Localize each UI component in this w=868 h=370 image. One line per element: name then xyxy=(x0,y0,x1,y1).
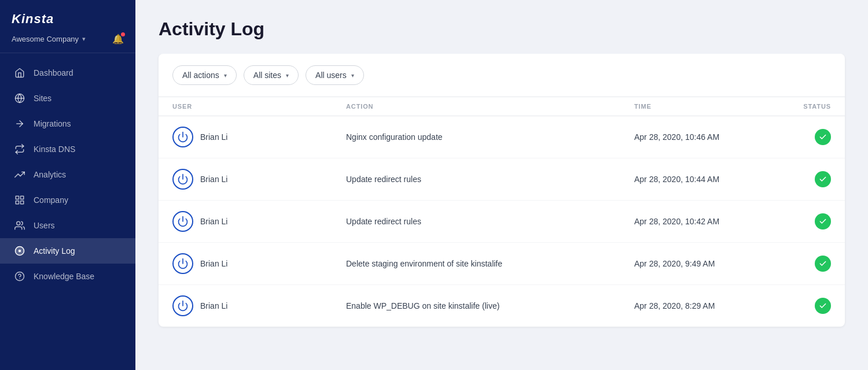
status-cell xyxy=(762,298,831,314)
activity-log-card: All actions ▾ All sites ▾ All users ▾ US… xyxy=(159,54,845,327)
sidebar-item-label: Sites xyxy=(34,94,52,103)
filter-sites-label: All sites xyxy=(253,71,281,80)
user-name: Brian Li xyxy=(200,301,227,310)
sidebar-header: Kinsta Awesome Company ▾ 🔔 xyxy=(0,0,135,53)
col-header-action: ACTION xyxy=(346,103,634,110)
main-content: Activity Log All actions ▾ All sites ▾ A… xyxy=(135,0,868,370)
sidebar-item-migrations[interactable]: Migrations xyxy=(0,111,135,136)
status-success-icon xyxy=(815,298,831,314)
user-name: Brian Li xyxy=(200,259,227,268)
filter-sites[interactable]: All sites ▾ xyxy=(244,65,299,85)
page-header: Activity Log xyxy=(135,0,868,54)
user-cell: Brian Li xyxy=(172,253,346,274)
home-icon xyxy=(14,67,25,79)
user-name: Brian Li xyxy=(200,175,227,184)
sidebar-nav: Dashboard Sites Migrations Kinsta DNS xyxy=(0,53,135,370)
avatar xyxy=(172,127,193,147)
action-text: Update redirect rules xyxy=(346,217,634,226)
svg-rect-5 xyxy=(21,201,24,204)
activity-log-icon xyxy=(14,245,25,257)
filter-actions-chevron-icon: ▾ xyxy=(224,72,227,79)
company-name: Awesome Company xyxy=(12,35,79,43)
time-text: Apr 28, 2020, 9:49 AM xyxy=(634,259,762,268)
status-success-icon xyxy=(815,129,831,145)
time-text: Apr 28, 2020, 10:42 AM xyxy=(634,217,762,226)
status-success-icon xyxy=(815,256,831,272)
knowledge-base-icon xyxy=(14,271,25,282)
content-area: All actions ▾ All sites ▾ All users ▾ US… xyxy=(135,54,868,370)
sidebar-item-analytics[interactable]: Analytics xyxy=(0,162,135,187)
log-table: Brian Li Nginx configuration update Apr … xyxy=(159,116,845,327)
globe-icon xyxy=(14,92,25,104)
user-name: Brian Li xyxy=(200,217,227,226)
page-title: Activity Log xyxy=(159,18,845,40)
table-row: Brian Li Update redirect rules Apr 28, 2… xyxy=(159,201,845,243)
sidebar-item-label: Users xyxy=(34,221,55,230)
status-success-icon xyxy=(815,213,831,230)
sidebar-item-knowledge-base[interactable]: Knowledge Base xyxy=(0,264,135,289)
sidebar-item-sites[interactable]: Sites xyxy=(0,86,135,111)
sidebar-item-label: Dashboard xyxy=(34,68,73,77)
user-cell: Brian Li xyxy=(172,127,346,147)
user-cell: Brian Li xyxy=(172,295,346,316)
sidebar-item-label: Migrations xyxy=(34,119,71,128)
sidebar-item-users[interactable]: Users xyxy=(0,213,135,238)
table-header: USER ACTION TIME STATUS xyxy=(159,97,845,116)
filter-users-chevron-icon: ▾ xyxy=(351,72,354,79)
company-icon xyxy=(14,194,25,206)
avatar xyxy=(172,211,193,232)
filter-users[interactable]: All users ▾ xyxy=(306,65,364,85)
notification-dot xyxy=(121,32,125,36)
user-name: Brian Li xyxy=(200,132,227,142)
analytics-icon xyxy=(14,169,25,180)
sidebar-item-company[interactable]: Company xyxy=(0,187,135,213)
svg-rect-4 xyxy=(21,196,24,199)
filters-bar: All actions ▾ All sites ▾ All users ▾ xyxy=(159,54,845,97)
col-header-user: USER xyxy=(172,103,346,110)
avatar xyxy=(172,169,193,190)
company-selector[interactable]: Awesome Company ▾ 🔔 xyxy=(12,32,124,46)
status-cell xyxy=(762,213,831,230)
sidebar-item-label: Knowledge Base xyxy=(34,272,94,281)
filter-sites-chevron-icon: ▾ xyxy=(286,72,289,79)
svg-point-7 xyxy=(17,221,20,225)
filter-actions[interactable]: All actions ▾ xyxy=(172,65,237,85)
sidebar-item-label: Activity Log xyxy=(34,246,75,256)
migrations-icon xyxy=(14,118,25,130)
action-text: Update redirect rules xyxy=(346,175,634,184)
sidebar: Kinsta Awesome Company ▾ 🔔 Dashboard Sit… xyxy=(0,0,135,370)
time-text: Apr 28, 2020, 10:46 AM xyxy=(634,132,762,142)
table-row: Brian Li Update redirect rules Apr 28, 2… xyxy=(159,158,845,201)
table-row: Brian Li Enable WP_DEBUG on site kinstal… xyxy=(159,285,845,327)
svg-rect-3 xyxy=(16,196,19,199)
user-cell: Brian Li xyxy=(172,211,346,232)
avatar xyxy=(172,295,193,316)
dns-icon xyxy=(14,143,25,155)
col-header-status: STATUS xyxy=(762,103,831,110)
status-success-icon xyxy=(815,171,831,187)
notification-bell[interactable]: 🔔 xyxy=(112,34,124,45)
company-chevron-icon: ▾ xyxy=(82,35,86,43)
table-row: Brian Li Nginx configuration update Apr … xyxy=(159,116,845,158)
action-text: Nginx configuration update xyxy=(346,132,634,142)
table-row: Brian Li Delete staging environment of s… xyxy=(159,243,845,285)
sidebar-item-label: Kinsta DNS xyxy=(34,145,75,154)
action-text: Delete staging environment of site kinst… xyxy=(346,259,634,268)
sidebar-item-dashboard[interactable]: Dashboard xyxy=(0,60,135,86)
user-cell: Brian Li xyxy=(172,169,346,190)
sidebar-item-kinsta-dns[interactable]: Kinsta DNS xyxy=(0,136,135,162)
filter-actions-label: All actions xyxy=(182,71,219,80)
time-text: Apr 28, 2020, 10:44 AM xyxy=(634,175,762,184)
svg-rect-6 xyxy=(16,201,19,204)
svg-point-9 xyxy=(19,250,21,253)
kinsta-logo: Kinsta xyxy=(12,12,124,27)
sidebar-item-activity-log[interactable]: Activity Log xyxy=(0,238,135,264)
filter-users-label: All users xyxy=(315,71,347,80)
status-cell xyxy=(762,129,831,145)
sidebar-item-label: Company xyxy=(34,195,68,205)
status-cell xyxy=(762,171,831,187)
users-icon xyxy=(14,220,25,231)
avatar xyxy=(172,253,193,274)
status-cell xyxy=(762,256,831,272)
action-text: Enable WP_DEBUG on site kinstalife (live… xyxy=(346,301,634,310)
